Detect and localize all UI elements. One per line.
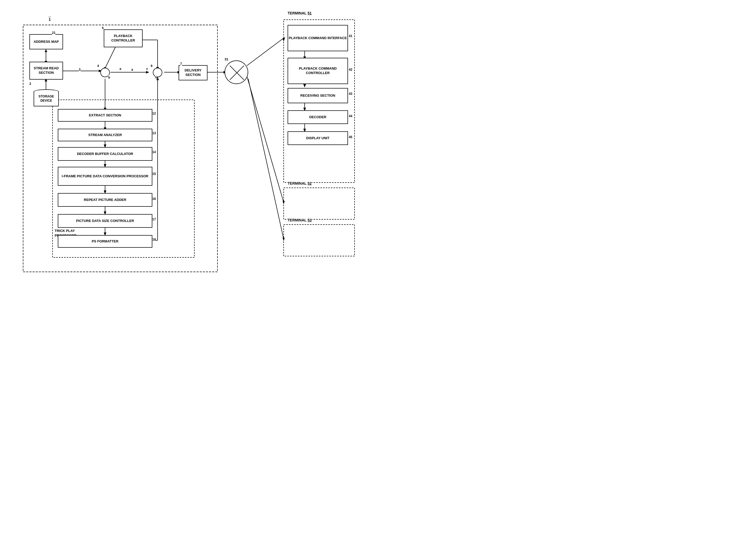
stream-read-box: STREAM READ SECTION (29, 62, 63, 79)
label-b-near: b (108, 76, 110, 79)
stream-read-num: 2 (29, 82, 31, 86)
stream-analyzer-box: STREAM ANALYZER (58, 129, 152, 141)
svg-marker-8 (45, 49, 47, 52)
svg-rect-4 (284, 225, 355, 256)
node6-label: 6 (151, 64, 152, 68)
decoder-num: 44 (349, 114, 352, 118)
label-a-near: a (119, 67, 121, 71)
display-num: 45 (349, 135, 352, 139)
ps-formatter-box: PS FORMATTER (58, 235, 152, 248)
svg-line-18 (105, 47, 115, 68)
display-unit-box: DISPLAY UNIT (288, 131, 348, 145)
receiving-num: 43 (349, 92, 352, 95)
repeat-picture-box: REPEAT PICTURE ADDER (58, 193, 152, 207)
svg-line-31 (248, 79, 284, 239)
pb-cmd-num: 41 (349, 34, 352, 38)
pb-cmd-controller-box: PLAYBACK COMMAND CONTROLLER (288, 58, 348, 84)
node6 (153, 68, 162, 77)
picture-data-box: PICTURE DATA SIZE CONTROLLER (58, 214, 152, 228)
playback-controller-box: PLAYBACK CONTROLLER (104, 29, 142, 47)
label-a: a (131, 68, 133, 71)
iframe-num: 15 (152, 172, 156, 176)
terminal51-label: TERMINAL 51 (288, 11, 312, 15)
playback-ctrl-num: 5 (102, 26, 104, 30)
x-circle-31 (225, 60, 248, 84)
pb-cmd-ctrl-num: 42 (349, 68, 352, 71)
svg-rect-3 (284, 188, 355, 219)
svg-marker-17 (146, 71, 149, 73)
decoder-buffer-num: 14 (152, 150, 156, 154)
receiving-box: RECEIVING SECTION (288, 88, 348, 103)
address-map-box: ADDRESS MAP (29, 34, 63, 49)
decoder-box: DECODER (288, 110, 348, 124)
svg-marker-51 (303, 84, 306, 87)
svg-marker-30 (283, 201, 285, 204)
ps-num: 18 (152, 238, 156, 241)
iframe-picture-box: I-FRAME PICTURE DATA CONVERSION PROCESSO… (58, 167, 152, 186)
storage-device: STORAGE DEVICE (34, 89, 59, 108)
terminal52-label: TERMINAL 52 (288, 181, 312, 186)
svg-line-29 (247, 76, 284, 202)
svg-marker-28 (283, 37, 285, 41)
delivery-section-box: DELIVERY SECTION (178, 65, 208, 80)
label-d-near: d (155, 76, 157, 79)
svg-marker-32 (283, 238, 285, 241)
main-device-label: 1 (49, 17, 51, 22)
address-map-num: 21 (52, 31, 55, 35)
node4-label: 4 (97, 64, 99, 68)
repeat-num: 16 (152, 197, 156, 201)
decoder-buffer-box: DECODER BUFFER CALCULATOR (58, 147, 152, 161)
extract-num: 12 (152, 111, 156, 115)
label-c-near: c (146, 67, 148, 71)
picture-num: 17 (152, 218, 156, 221)
diagram: 1 ADDRESS MAP 21 STREAM READ SECTION 2 S… (0, 0, 369, 280)
node31-label: 31 (225, 57, 228, 61)
stream-analyzer-num: 13 (152, 131, 156, 135)
pb-cmd-interface-box: PLAYBACK COMMAND INTERFACE (288, 25, 348, 51)
node3-label: 3 (79, 68, 81, 71)
terminal53-label: TERMINAL 53 (288, 218, 312, 222)
svg-line-27 (247, 38, 284, 66)
extract-section-box: EXTRACT SECTION (58, 109, 152, 121)
delivery-num: 7 (180, 62, 182, 66)
